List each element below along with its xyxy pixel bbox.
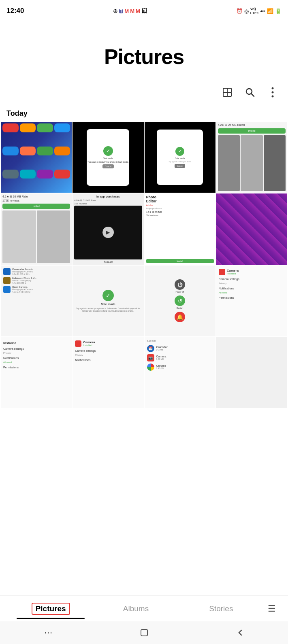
photo-cell-cal-cam-chrome[interactable]: 5.18 MB 📅 Calendar 143 MB 📷 Camera 8.49 … [145,337,215,408]
photo-cell-cam-settings2[interactable]: Installed Camera settings Privacy Notifi… [1,337,72,408]
svg-point-8 [272,96,274,98]
photo-cell-camlist[interactable]: Camera for Android Photography • Camera … [1,266,72,336]
photos-icon: 🖼 [141,8,147,14]
stories-tab-label[interactable]: Stories [209,604,233,613]
gmail3-icon: M [136,8,140,14]
photo-cell-fabric[interactable] [216,193,287,264]
back-button[interactable] [233,625,247,640]
photo-cell-appstore2[interactable]: 4.2★ ⊞ 26 MB Rate 172K reviews Install [1,193,72,264]
svg-point-6 [272,87,274,89]
volte-label: Vo)LTE1 [250,7,259,15]
svg-rect-0 [223,88,227,92]
gmail-icon: M [124,8,129,14]
svg-rect-1 [227,88,231,92]
svg-rect-10 [48,632,49,633]
pictures-tab-label[interactable]: Pictures [32,603,70,615]
hamburger-menu-icon[interactable]: ☰ [264,599,280,618]
gmail2-icon: M [130,8,134,14]
page-title: Pictures [104,45,184,69]
svg-point-7 [272,91,274,94]
photo-cell-poweroff[interactable]: ⏻ Power off ↺ Restart 🔔 [145,266,215,336]
home-button[interactable] [137,625,151,640]
toolbar [0,85,288,106]
page-header: Pictures [0,20,288,85]
status-bar: 12:40 ⊕ T M M M 🖼 ⏰ ◎ Vo)LTE1 4G 📶 🔋 [0,0,288,20]
signal-icon: 📶 [267,8,273,14]
battery-icon: 🔋 [275,8,282,14]
teams-icon: T [119,9,123,13]
system-icons: ⏰ ◎ Vo)LTE1 4G 📶 🔋 [236,7,282,15]
nav-tab-pictures[interactable]: Pictures [8,599,93,619]
albums-tab-label[interactable]: Albums [123,604,149,613]
recent-apps-button[interactable] [41,625,55,640]
alarm-icon: ⏰ [236,8,243,14]
photo-cell-safemode2[interactable]: ✓ Safe mode Tap again to restart your ph… [145,122,215,193]
photo-cell-empty[interactable] [216,337,287,408]
search-icon[interactable] [243,85,257,100]
status-time: 12:40 [6,7,24,15]
svg-rect-12 [141,629,147,636]
photo-cell-photoeditor[interactable]: PhotoEditor Adobe In-app purchases 4.3★ … [145,193,215,264]
photo-cell-cam-settings1[interactable]: Camera Installed Camera settings Privacy… [216,266,287,336]
wifi-icon: ◎ [244,8,249,14]
more-options-icon[interactable] [265,85,280,100]
svg-rect-11 [51,632,51,633]
photo-cell-safemode-msg[interactable]: ✓ Safe mode Tap again to restart your ph… [73,266,143,336]
system-nav [0,621,288,644]
photo-cell-video[interactable]: In-app purchases 4.0★ ⊞ 51 MB Rate 198 r… [73,193,143,264]
photo-grid: ✓ Safe mode Tap again to restart your ph… [0,122,288,408]
photo-cell-cam2[interactable]: Camera Installed Camera settings Privacy… [73,337,143,408]
whatsapp-icon: ⊕ [113,8,118,14]
photo-cell-appstore1[interactable]: 4.2★ ⊞ 24 MB Rated Install [216,122,287,193]
photo-cell-safemode1[interactable]: ✓ Safe mode Tap again to restart your ph… [73,122,143,193]
svg-rect-2 [223,92,227,96]
svg-line-5 [251,94,254,96]
nav-tab-albums[interactable]: Albums [93,600,178,617]
svg-rect-9 [45,632,46,633]
4g-icon: 4G [260,9,265,13]
select-icon[interactable] [220,85,235,100]
bottom-nav: Pictures Albums Stories ☰ [0,595,288,621]
nav-tab-stories[interactable]: Stories [179,600,264,617]
notification-icons: ⊕ T M M M 🖼 [113,8,147,14]
today-label: Today [0,106,288,122]
photo-cell-homescreen[interactable] [1,122,72,193]
svg-rect-3 [227,92,231,96]
